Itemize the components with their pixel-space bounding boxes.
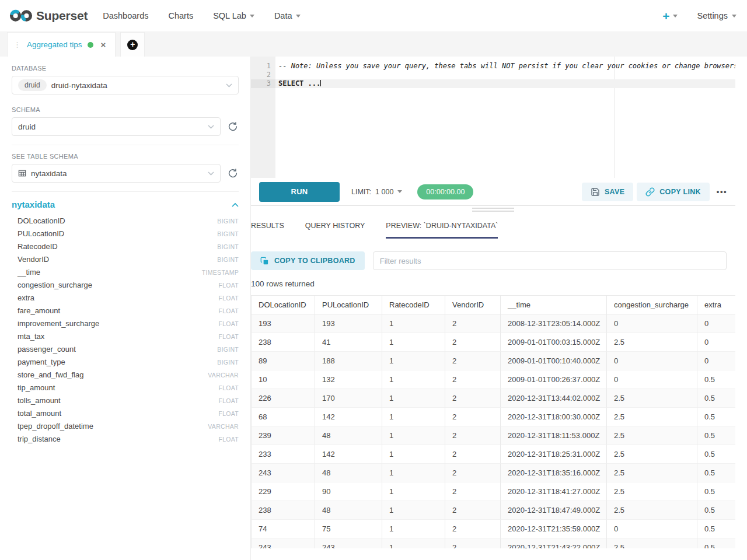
column-name: PULocationID (18, 229, 64, 238)
cell-dolocationid: 193 (251, 314, 315, 333)
plus-icon: + (662, 10, 669, 22)
column-type: FLOAT (218, 295, 239, 302)
cell-extra: 0.5 (697, 445, 735, 464)
database-select-value: druid-nytaxidata (51, 81, 107, 90)
cell-ratecodeid: 1 (382, 445, 445, 464)
drag-handle-icon[interactable]: ⋮ (13, 40, 22, 49)
nav-dashboards[interactable]: Dashboards (103, 11, 148, 20)
tab-query-history[interactable]: QUERY HISTORY (305, 213, 365, 239)
cell-vendorid: 2 (445, 370, 501, 389)
column-header[interactable]: RatecodeID (382, 295, 445, 314)
limit-dropdown[interactable]: LIMIT: 1 000 (351, 188, 402, 196)
caret-down-icon (673, 15, 678, 18)
column-type: FLOAT (218, 307, 239, 314)
copy-link-button[interactable]: COPY LINK (637, 183, 710, 201)
column-header[interactable]: congestion_surcharge (607, 295, 697, 314)
tab-results[interactable]: RESULTS (251, 213, 284, 239)
line-number: 1 (251, 62, 275, 71)
schema-select[interactable]: druid (12, 117, 221, 136)
run-query-button[interactable]: RUN (259, 182, 340, 202)
nav-sql-lab-label: SQL Lab (213, 11, 246, 20)
result-row: 233 142 1 2 2020-12-31T18:25:31.000Z 2.5… (251, 445, 735, 464)
sql-comment: -- Note: Unless you save your query, the… (275, 62, 735, 71)
cell-pulocationid: 48 (315, 464, 382, 482)
cell-extra: 0.5 (697, 482, 735, 501)
more-actions-button[interactable]: ••• (717, 187, 727, 196)
database-select[interactable]: druid druid-nytaxidata (12, 76, 239, 94)
settings-menu[interactable]: Settings (697, 11, 736, 20)
refresh-schema-button[interactable] (227, 121, 239, 132)
cell-dolocationid: 238 (251, 501, 315, 520)
table-schema-header[interactable]: nytaxidata (12, 200, 239, 209)
close-tab-icon[interactable]: × (101, 40, 106, 50)
table-name: nytaxidata (12, 200, 55, 209)
cell-congestion-surcharge: 0 (607, 520, 697, 538)
results-tabstrip: RESULTS QUERY HISTORY PREVIEW: `DRUID-NY… (251, 213, 735, 239)
cell-vendorid: 2 (445, 464, 501, 482)
results-table-container[interactable]: DOLocationID PULocationID RatecodeID Ven… (251, 295, 735, 548)
editor-line-2: 2 (251, 71, 735, 79)
table-select-value: nytaxidata (31, 169, 67, 178)
refresh-icon (228, 121, 238, 132)
result-row: 193 193 1 2 2008-12-31T23:05:14.000Z 0 0 (251, 314, 735, 333)
column-header[interactable]: PULocationID (315, 295, 382, 314)
nav-charts[interactable]: Charts (168, 11, 193, 20)
refresh-table-button[interactable] (227, 167, 239, 179)
cell-ratecodeid: 1 (382, 389, 445, 408)
column-header[interactable]: __time (501, 295, 607, 314)
schema-column-row: improvement_surcharge FLOAT (12, 319, 239, 332)
schema-label: SCHEMA (12, 106, 239, 113)
cell-extra: 0.5 (697, 370, 735, 389)
settings-label: Settings (697, 11, 728, 20)
cell-pulocationid: 75 (315, 520, 382, 538)
column-header[interactable]: DOLocationID (251, 295, 315, 314)
results-controls: COPY TO CLIPBOARD (251, 251, 735, 270)
cell-dolocationid: 229 (251, 482, 315, 501)
schema-column-row: PULocationID BIGINT (12, 229, 239, 242)
column-header[interactable]: extra (697, 295, 735, 314)
save-query-button[interactable]: SAVE (582, 183, 633, 201)
pane-splitter[interactable] (251, 206, 735, 213)
column-type: BIGINT (217, 346, 239, 353)
column-name: tolls_amount (18, 396, 61, 405)
quick-add-button[interactable]: + (662, 10, 677, 22)
tab-preview-druid-nytaxidata[interactable]: PREVIEW: `DRUID-NYTAXIDATA` (386, 213, 498, 239)
result-row: 89 188 1 2 2009-01-01T00:10:40.000Z 0 0 (251, 352, 735, 370)
chevron-down-icon (226, 83, 232, 88)
new-tab-button[interactable]: + (120, 32, 145, 57)
filter-results-input[interactable] (373, 251, 727, 270)
schema-column-row: __time TIMESTAMP (12, 268, 239, 281)
nav-data-label: Data (274, 11, 292, 20)
column-type: TIMESTAMP (202, 269, 239, 276)
column-name: tip_amount (18, 383, 55, 392)
table-select[interactable]: nytaxidata (12, 164, 221, 183)
copy-to-clipboard-button[interactable]: COPY TO CLIPBOARD (251, 251, 365, 270)
editor-pane: 1 -- Note: Unless you save your query, t… (251, 57, 735, 560)
cell-vendorid: 2 (445, 408, 501, 426)
column-name: VendorID (18, 255, 49, 264)
cell-congestion-surcharge: 2.5 (607, 333, 697, 352)
cell-vendorid: 2 (445, 482, 501, 501)
cell-pulocationid: 170 (315, 389, 382, 408)
column-name: passenger_count (18, 345, 76, 354)
sql-editor[interactable]: 1 -- Note: Unless you save your query, t… (251, 57, 735, 178)
cell-dolocationid: 226 (251, 389, 315, 408)
result-row: 238 41 1 2 2009-01-01T00:03:15.000Z 2.5 … (251, 333, 735, 352)
superset-logo[interactable]: Superset (9, 8, 88, 24)
column-type: FLOAT (218, 410, 239, 417)
cell-dolocationid: 238 (251, 333, 315, 352)
column-header[interactable]: VendorID (445, 295, 501, 314)
nav-sql-lab[interactable]: SQL Lab (213, 11, 254, 20)
cell-time: 2020-12-31T18:47:49.000Z (501, 501, 607, 520)
cell-time: 2009-01-01T00:03:15.000Z (501, 333, 607, 352)
nav-data[interactable]: Data (274, 11, 301, 20)
nav-right: + Settings (662, 10, 736, 22)
cell-dolocationid: 239 (251, 426, 315, 445)
tab-aggregated-tips[interactable]: ⋮ Aggregated tips × (7, 32, 116, 57)
chevron-up-icon[interactable] (232, 202, 239, 207)
top-nav: Superset Dashboards Charts SQL Lab Data … (0, 0, 747, 32)
schema-column-row: trip_distance FLOAT (12, 435, 239, 447)
column-type: FLOAT (218, 436, 239, 443)
cell-extra: 0.5 (697, 464, 735, 482)
column-type: VARCHAR (208, 372, 239, 379)
